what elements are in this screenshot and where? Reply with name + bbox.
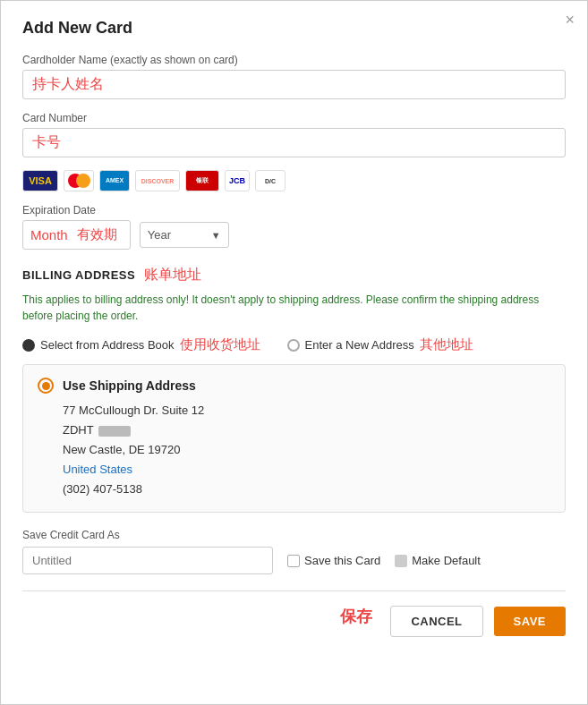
make-default-checkbox-box[interactable] — [395, 555, 407, 567]
billing-title: BILLING ADDRESS — [22, 268, 135, 282]
address-line1: 77 McCullough Dr. Suite 12 — [63, 401, 550, 420]
billing-title-zh: 账单地址 — [144, 266, 201, 285]
expiration-label: Expiration Date — [22, 204, 566, 217]
make-default-checkbox-label: Make Default — [412, 554, 481, 567]
address-book-label-zh: 使用收货地址 — [180, 336, 260, 353]
save-card-checkbox-box[interactable] — [287, 555, 300, 567]
address-country: United States — [63, 460, 550, 480]
shipping-radio-inner — [42, 382, 50, 390]
select-from-address-book-option[interactable]: Select from Address Book 使用收货地址 — [22, 336, 260, 353]
close-button[interactable]: × — [565, 12, 575, 28]
cardholder-label: Cardholder Name (exactly as shown on car… — [22, 54, 566, 66]
billing-notice: This applies to billing address only! It… — [22, 292, 566, 324]
shipping-address-card[interactable]: Use Shipping Address 77 McCullough Dr. S… — [22, 364, 566, 513]
address-card-header: Use Shipping Address — [38, 378, 550, 394]
address-phone: (302) 407-5138 — [63, 480, 550, 499]
address-detail: 77 McCullough Dr. Suite 12 ZDHT New Cast… — [38, 401, 550, 499]
dialog-title: Add New Card — [22, 19, 566, 38]
expiration-row: Month 有效期 Year ▼ — [22, 220, 566, 250]
card-number-label: Card Number — [22, 112, 566, 124]
save-button[interactable]: SAVE — [494, 607, 566, 636]
month-zh: 有效期 — [77, 226, 117, 243]
visa-icon: VISA — [22, 170, 58, 191]
year-label: Year — [148, 228, 171, 242]
divider — [22, 590, 566, 591]
enter-new-address-option[interactable]: Enter a New Address 其他地址 — [287, 336, 473, 353]
cardholder-input[interactable] — [22, 70, 566, 99]
save-section: Save Credit Card As Save this Card Make … — [22, 529, 566, 574]
make-default-checkbox[interactable]: Make Default — [395, 554, 481, 567]
save-zh-label: 保存 — [340, 606, 372, 627]
footer-row: 保存 CANCEL SAVE — [22, 606, 566, 637]
address-line2: ZDHT — [63, 420, 550, 440]
amex-icon: AMEX — [99, 170, 130, 191]
use-shipping-label: Use Shipping Address — [63, 378, 196, 393]
new-address-label: Enter a New Address — [305, 338, 414, 352]
mastercard-icon — [64, 170, 94, 191]
save-card-row: Save this Card Make Default — [22, 547, 566, 574]
discover-icon: DISCOVER — [135, 170, 180, 191]
new-address-radio[interactable] — [287, 339, 300, 352]
save-card-label: Save Credit Card As — [22, 529, 566, 541]
year-select[interactable]: Year ▼ — [140, 222, 229, 248]
save-card-checkbox-label: Save this Card — [304, 554, 380, 567]
save-card-input[interactable] — [22, 547, 273, 574]
unionpay-icon: 银联 — [185, 170, 219, 191]
add-new-card-dialog: × Add New Card Cardholder Name (exactly … — [0, 0, 588, 705]
billing-header: BILLING ADDRESS 账单地址 — [22, 266, 566, 285]
address-line3: New Castle, DE 19720 — [63, 440, 550, 460]
card-icons-row: VISA AMEX DISCOVER 银联 JCB D/C — [22, 170, 566, 191]
address-book-radio[interactable] — [22, 339, 35, 352]
jcb-icon: JCB — [225, 170, 250, 191]
month-select[interactable]: Month 有效期 — [22, 220, 131, 250]
address-options-row: Select from Address Book 使用收货地址 Enter a … — [22, 336, 566, 353]
diners-icon: D/C — [255, 170, 285, 191]
new-address-label-zh: 其他地址 — [420, 336, 473, 353]
address-book-label: Select from Address Book — [40, 338, 175, 352]
blurred-text — [98, 426, 131, 437]
year-dropdown-arrow: ▼ — [211, 230, 221, 241]
card-number-input[interactable] — [22, 128, 566, 157]
save-this-card-checkbox[interactable]: Save this Card — [287, 554, 380, 567]
cancel-button[interactable]: CANCEL — [390, 606, 482, 637]
month-placeholder: Month — [30, 227, 68, 242]
shipping-radio-filled[interactable] — [38, 378, 54, 394]
